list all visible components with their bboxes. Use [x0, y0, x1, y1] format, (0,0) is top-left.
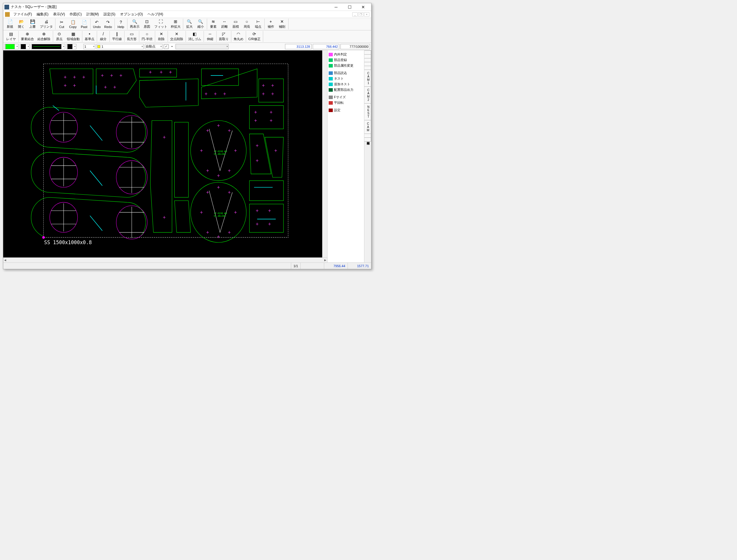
menu-item[interactable]: オプション(O): [118, 12, 145, 17]
minimize-button[interactable]: ─: [329, 4, 343, 11]
tool-面積[interactable]: ▭面積: [230, 19, 241, 29]
tool-label: 新規: [7, 24, 13, 29]
command-input[interactable]: [175, 44, 229, 49]
side-item-Fサイズ[interactable]: Fサイズ: [328, 94, 363, 100]
linetype-swatch-dropdown[interactable]: [20, 44, 30, 49]
line-preview-dropdown[interactable]: [31, 44, 65, 49]
tool-端点[interactable]: ⊢端点: [252, 19, 264, 29]
cad-canvas[interactable]: SS 1500x1000x0.8: [3, 50, 322, 257]
tool-レイヤ[interactable]: ▤レイヤ: [4, 31, 18, 42]
tool-フィット[interactable]: ⛶フィット: [152, 19, 169, 29]
vtab-NEST[interactable]: NEST: [364, 103, 371, 120]
svg-rect-50: [249, 204, 283, 232]
tool-平行線[interactable]: ∥平行線: [110, 31, 124, 42]
maximize-button[interactable]: ☐: [343, 4, 356, 11]
tool-label: 消しゴム: [188, 37, 201, 41]
vtab-CAM設定[interactable]: CAM設定: [364, 120, 371, 134]
tool-上書[interactable]: 💾上書: [27, 19, 38, 29]
svg-marker-2: [50, 69, 93, 94]
tool-label: 平行線: [112, 37, 122, 41]
vtab-CAM2[interactable]: CAM2: [364, 86, 371, 104]
tool-面取り[interactable]: ◸面取り: [217, 31, 230, 42]
tool-icon: ⊡: [144, 19, 150, 24]
tool-結合解除[interactable]: ⊗結合解除: [36, 31, 52, 42]
menu-item[interactable]: 設定(S): [101, 12, 118, 17]
tool-開く[interactable]: 📂開く: [16, 19, 27, 29]
tool-周長[interactable]: ○周長: [241, 19, 252, 29]
tool-原図[interactable]: ⊡原図: [141, 19, 152, 29]
tool-交点削除[interactable]: ✕交点削除: [168, 31, 185, 42]
side-item-配置部品出力[interactable]: 配置部品出力: [328, 87, 363, 93]
vtab-修正[interactable]: 修正: [364, 54, 371, 58]
menu-item[interactable]: 編集(E): [34, 12, 51, 17]
tool-距離[interactable]: ↔距離: [219, 19, 230, 29]
menu-item[interactable]: ヘルプ(H): [145, 12, 165, 17]
side-item-設定[interactable]: 設定: [328, 107, 363, 113]
tool-Copy[interactable]: 📋Copy: [67, 19, 78, 29]
tool-縮小[interactable]: 🔍縮小: [195, 19, 206, 29]
tool-label: 開く: [18, 24, 24, 29]
menu-item[interactable]: 計測(M): [84, 12, 101, 17]
menu-item[interactable]: 表示(V): [51, 12, 67, 17]
layer-number-dropdown[interactable]: 1: [83, 44, 95, 49]
vtab-CAM1[interactable]: CAM1: [364, 70, 371, 87]
tool-原点[interactable]: ⊙原点: [54, 31, 65, 42]
menu-item[interactable]: 作図(C): [67, 12, 84, 17]
tool-補削[interactable]: ✕補削: [276, 19, 288, 29]
tool-消しゴム[interactable]: ◧消しゴム: [186, 31, 203, 42]
side-item-部品読込[interactable]: 部品読込: [328, 70, 363, 76]
tool-長方形[interactable]: ▭長方形: [125, 31, 138, 42]
tool-新規[interactable]: 📄新規: [4, 19, 16, 29]
toolbar-main: 📄新規📂開く💾上書🖨プリンタ✂Cut📋Copy📄Past↶Undo↷Redo?H…: [3, 18, 371, 30]
snap-checkbox[interactable]: ✓: [164, 44, 168, 49]
tool-Undo[interactable]: ↶Undo: [91, 19, 102, 29]
tool-基準点[interactable]: •基準点: [83, 31, 96, 42]
side-item-ネスト[interactable]: ネスト: [328, 76, 363, 81]
tool-label: 面積: [232, 24, 239, 29]
tool-要素[interactable]: ≋要素: [208, 19, 219, 29]
side-item-部品属性変更[interactable]: 部品属性変更: [328, 63, 363, 68]
tool-拡大[interactable]: 🔍拡大: [184, 19, 195, 29]
color-swatch-dropdown[interactable]: [4, 44, 19, 49]
menu-item[interactable]: ファイル(F): [11, 12, 34, 17]
tool-領域自動[interactable]: ▦領域自動: [65, 31, 81, 42]
mdi-close-button[interactable]: ×: [364, 12, 370, 17]
vtab-展開[interactable]: 展開: [364, 134, 371, 138]
tool-伸縮[interactable]: ↔伸縮: [204, 31, 216, 42]
mdi-restore-button[interactable]: ❐: [358, 12, 363, 17]
tool-C/R修正[interactable]: ⟳C/R修正: [247, 31, 262, 42]
vtab-文字[interactable]: 文字: [364, 66, 371, 70]
tool-削除[interactable]: ✕削除: [156, 31, 167, 42]
tool-補作[interactable]: +補作: [265, 19, 276, 29]
vtab-移動複写[interactable]: 移動複写: [364, 58, 371, 62]
vertical-scrollbar[interactable]: [322, 50, 327, 257]
vtab-展開補助[interactable]: 展開補助: [364, 137, 371, 142]
side-item-平回転[interactable]: 平回転: [328, 100, 363, 106]
side-item-内外判定[interactable]: 内外判定: [328, 52, 363, 57]
tool-再表示[interactable]: 🔍再表示: [128, 19, 141, 29]
layer-color-dropdown[interactable]: 1: [96, 44, 144, 49]
side-item-部品登録[interactable]: 部品登録: [328, 57, 363, 63]
endstyle-dropdown[interactable]: [66, 44, 76, 49]
close-button[interactable]: ✕: [356, 4, 370, 11]
vtab-作図[interactable]: 作図: [364, 50, 371, 55]
mdi-minimize-button[interactable]: _: [352, 12, 357, 17]
point-mode-button[interactable]: •: [170, 44, 174, 49]
tool-Past[interactable]: 📄Past: [78, 19, 90, 29]
tool-円-半径[interactable]: ○円-半径: [140, 31, 154, 42]
horizontal-scrollbar[interactable]: [3, 257, 327, 262]
tool-Cut[interactable]: ✂Cut: [56, 19, 67, 29]
side-item-icon: [329, 64, 333, 68]
side-item-追加ネスト[interactable]: 追加ネスト: [328, 81, 363, 87]
snap-mode-dropdown[interactable]: 自動点: [145, 44, 162, 49]
tool-Redo[interactable]: ↷Redo: [102, 19, 114, 29]
tool-Help[interactable]: ?Help: [115, 19, 127, 29]
tool-icon: ∥: [114, 32, 120, 36]
tool-枠拡大[interactable]: ⊞枠拡大: [169, 19, 182, 29]
tool-プリンタ[interactable]: 🖨プリンタ: [38, 19, 55, 29]
vtab-寸法線[interactable]: 寸法線: [364, 62, 371, 66]
tool-角丸め[interactable]: ◠角丸め: [232, 31, 245, 42]
coord-x-readout: 3113.128: [285, 44, 311, 49]
tool-要素結合[interactable]: ⊕要素結合: [19, 31, 36, 42]
tool-線分[interactable]: /線分: [98, 31, 109, 42]
